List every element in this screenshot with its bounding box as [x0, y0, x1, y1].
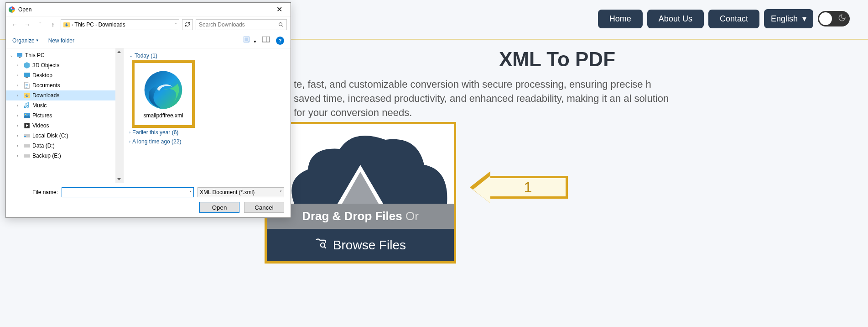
svg-rect-21: [24, 136, 26, 137]
language-label: English: [771, 14, 798, 24]
tree-documents[interactable]: › Documents: [6, 80, 123, 90]
downloads-folder-icon: [63, 21, 70, 28]
file-name-label: smallpdffree.xml: [141, 112, 186, 119]
tree-videos[interactable]: › Videos: [6, 121, 123, 131]
dialog-titlebar: Open ✕: [6, 3, 291, 16]
tree-music[interactable]: › Music: [6, 100, 123, 111]
expand-icon: ›: [17, 63, 21, 68]
expand-icon: ›: [17, 73, 21, 78]
tree-desktop[interactable]: › Desktop: [6, 70, 123, 80]
videos-icon: [23, 122, 31, 129]
breadcrumb-this-pc[interactable]: This PC: [74, 21, 94, 28]
dialog-body: ⌄ This PC › 3D Objects › Desktop › Docum…: [6, 48, 291, 183]
desktop-icon: [23, 72, 31, 79]
expand-icon: ⌄: [10, 53, 14, 58]
tree-downloads[interactable]: › Downloads: [6, 90, 123, 100]
tree-data-disk[interactable]: › Data (D:): [6, 141, 123, 151]
svg-point-5: [279, 23, 282, 26]
svg-rect-10: [17, 53, 22, 57]
organize-button[interactable]: Organize ▼: [12, 37, 39, 44]
browse-files-button[interactable]: Browse Files: [267, 229, 454, 261]
tree-scrollbar[interactable]: [115, 48, 123, 183]
folder-tree[interactable]: ⌄ This PC › 3D Objects › Desktop › Docum…: [6, 48, 124, 183]
chevron-down-icon: ▼: [36, 38, 39, 42]
file-highlight: smallpdffree.xml: [132, 60, 195, 128]
tree-label: Downloads: [32, 92, 59, 99]
edge-icon: [143, 69, 184, 111]
tree-label: Videos: [32, 122, 49, 129]
forward-icon: →: [24, 21, 31, 28]
file-list[interactable]: ⌄ Today (1): [124, 48, 291, 183]
view-mode-button[interactable]: ▼: [244, 37, 257, 44]
svg-rect-12: [24, 73, 30, 77]
collapse-icon: ⌄: [129, 53, 133, 58]
breadcrumb-sep: ›: [95, 22, 97, 27]
preview-pane-button[interactable]: [262, 37, 270, 44]
new-folder-button[interactable]: New folder: [48, 37, 74, 44]
arrow-1-label: 1: [490, 176, 568, 199]
or-text: Or: [405, 209, 419, 223]
expand-icon: ›: [129, 139, 130, 144]
breadcrumb-sep: ›: [72, 22, 73, 27]
tree-label: Pictures: [32, 112, 52, 119]
group-earlier-year[interactable]: › Earlier this year (6): [129, 128, 285, 137]
forward-button[interactable]: →: [22, 20, 32, 30]
open-button[interactable]: Open: [199, 202, 239, 213]
back-button[interactable]: ←: [10, 20, 20, 30]
tree-local-disk[interactable]: › Local Disk (C:): [6, 131, 123, 141]
breadcrumb-bar[interactable]: › This PC › Downloads ˅: [61, 19, 179, 30]
filename-input[interactable]: ˅: [62, 187, 194, 197]
folder-search-icon: [315, 237, 327, 253]
search-box[interactable]: [196, 19, 287, 30]
home-button[interactable]: Home: [598, 10, 643, 28]
back-icon: ←: [11, 21, 18, 28]
svg-point-0: [321, 243, 325, 247]
pictures-icon: [23, 112, 31, 119]
group-today[interactable]: ⌄ Today (1): [129, 51, 285, 60]
breadcrumb-downloads[interactable]: Downloads: [98, 21, 125, 28]
documents-icon: [23, 82, 31, 89]
tree-pictures[interactable]: › Pictures: [6, 111, 123, 121]
tree-3d-objects[interactable]: › 3D Objects: [6, 60, 123, 70]
up-icon: ↑: [52, 21, 55, 28]
tree-this-pc[interactable]: ⌄ This PC: [6, 50, 123, 60]
help-button[interactable]: ?: [276, 37, 284, 45]
drag-drop-text: Drag & Drop Files: [302, 209, 402, 223]
file-dropzone[interactable]: Drag & Drop Files Or Browse Files: [265, 122, 456, 264]
tree-label: Data (D:): [32, 142, 55, 149]
filetype-select[interactable]: XML Document (*.xml) ˅: [198, 187, 284, 197]
page-main: XML To PDF te, fast, and customizable co…: [265, 48, 850, 120]
svg-rect-19: [29, 123, 30, 128]
svg-rect-13: [26, 77, 28, 78]
chevron-down-icon[interactable]: ˅: [189, 190, 192, 195]
chevron-down-icon[interactable]: ˅: [175, 22, 177, 27]
tree-backup-disk[interactable]: › Backup (E:): [6, 151, 123, 161]
top-navigation: Home About Us Contact English ▾: [598, 9, 850, 28]
svg-rect-11: [19, 57, 21, 58]
file-item-xml[interactable]: smallpdffree.xml: [138, 67, 188, 121]
expand-icon: ›: [17, 103, 21, 108]
organize-label: Organize: [12, 37, 35, 44]
contact-button[interactable]: Contact: [708, 10, 759, 28]
tree-label: Local Disk (C:): [32, 132, 68, 139]
about-us-button[interactable]: About Us: [647, 10, 704, 28]
search-input[interactable]: [196, 21, 275, 28]
expand-icon: ›: [17, 113, 21, 118]
search-icon: [275, 22, 286, 27]
page-title: XML To PDF: [265, 48, 850, 71]
chevron-down-icon: ˅: [280, 190, 282, 195]
language-select[interactable]: English ▾: [764, 9, 813, 28]
svg-rect-18: [24, 123, 25, 128]
recent-dropdown[interactable]: ˅: [35, 20, 45, 30]
close-button[interactable]: ✕: [270, 3, 288, 16]
toggle-knob: [819, 12, 832, 25]
cancel-button[interactable]: Cancel: [244, 202, 284, 213]
close-icon: ✕: [276, 5, 282, 14]
refresh-button[interactable]: [182, 19, 193, 30]
group-long-ago[interactable]: › A long time ago (22): [129, 137, 285, 146]
dialog-toolbar: Organize ▼ New folder ▼ ?: [6, 33, 291, 48]
up-button[interactable]: ↑: [48, 20, 58, 30]
expand-icon: ›: [17, 133, 21, 138]
expand-icon: ›: [129, 130, 130, 135]
dark-mode-toggle[interactable]: [818, 11, 850, 26]
